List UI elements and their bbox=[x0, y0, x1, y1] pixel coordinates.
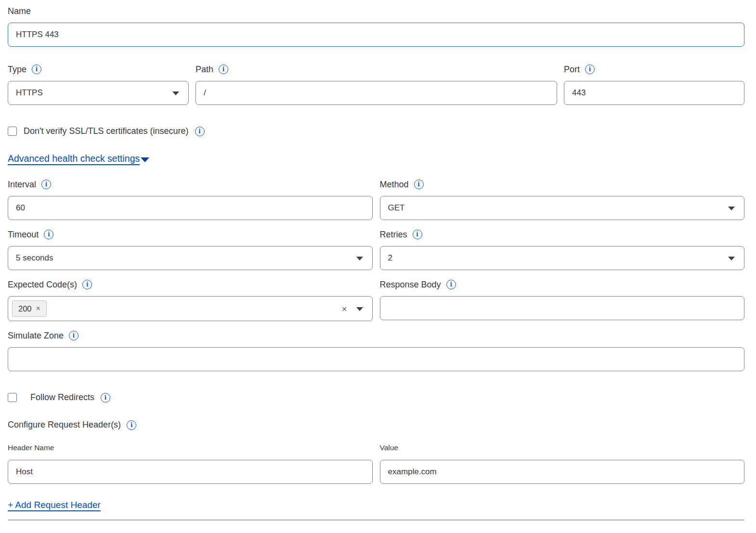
timeout-label: Timeout i bbox=[8, 229, 373, 240]
info-icon[interactable]: i bbox=[413, 230, 422, 239]
port-label-text: Port bbox=[564, 64, 580, 75]
simulate-zone-label: Simulate Zone i bbox=[8, 330, 744, 341]
path-field: Path i bbox=[196, 64, 557, 105]
timeout-label-text: Timeout bbox=[8, 229, 39, 240]
header-name-label: Header Name bbox=[8, 443, 373, 452]
type-path-port-row: Type i HTTPS Path i Port i bbox=[8, 64, 744, 105]
method-select-value: GET bbox=[388, 203, 405, 213]
info-icon[interactable]: i bbox=[44, 230, 53, 239]
path-label: Path i bbox=[196, 64, 557, 75]
method-label-text: Method bbox=[380, 179, 409, 190]
type-label: Type i bbox=[8, 64, 189, 75]
info-icon[interactable]: i bbox=[414, 180, 424, 189]
timeout-retries-row: Timeout i 5 seconds Retries i 2 bbox=[8, 229, 744, 270]
method-field: Method i GET bbox=[380, 179, 745, 220]
header-name-field: Header Name bbox=[8, 443, 373, 484]
timeout-select[interactable]: 5 seconds bbox=[8, 246, 373, 270]
chevron-down-icon bbox=[356, 257, 363, 260]
response-body-field: Response Body i bbox=[380, 279, 745, 321]
response-body-label: Response Body i bbox=[380, 279, 745, 290]
interval-input[interactable] bbox=[8, 196, 373, 220]
follow-redirects-label: Follow Redirects bbox=[30, 392, 94, 403]
simulate-zone-input[interactable] bbox=[8, 347, 744, 371]
header-name-input[interactable] bbox=[8, 460, 373, 484]
section-divider bbox=[8, 520, 744, 520]
type-select-value: HTTPS bbox=[16, 88, 43, 98]
timeout-select-value: 5 seconds bbox=[16, 253, 53, 263]
name-input[interactable] bbox=[8, 23, 744, 47]
expected-codes-multiselect[interactable]: 200 × × bbox=[8, 296, 373, 321]
clear-all-icon[interactable]: × bbox=[341, 304, 347, 313]
timeout-field: Timeout i 5 seconds bbox=[8, 229, 373, 270]
type-field: Type i HTTPS bbox=[8, 64, 189, 105]
interval-method-row: Interval i Method i GET bbox=[8, 179, 744, 220]
info-icon[interactable]: i bbox=[41, 180, 51, 189]
add-request-header-link[interactable]: + Add Request Header bbox=[8, 500, 101, 510]
request-headers-title: Configure Request Header(s) bbox=[8, 420, 121, 430]
code-chip-text: 200 bbox=[18, 304, 32, 313]
request-headers-title-row: Configure Request Header(s) i bbox=[8, 420, 744, 430]
expected-codes-field: Expected Code(s) i 200 × × bbox=[8, 279, 373, 321]
info-icon[interactable]: i bbox=[101, 393, 110, 403]
info-icon[interactable]: i bbox=[585, 65, 595, 74]
code-chip: 200 × bbox=[12, 300, 47, 317]
type-label-text: Type bbox=[8, 64, 26, 75]
port-label: Port i bbox=[564, 64, 744, 75]
chevron-down-icon bbox=[728, 207, 735, 210]
info-icon[interactable]: i bbox=[69, 331, 78, 340]
follow-redirects-row: Follow Redirects i bbox=[8, 392, 744, 403]
chevron-down-icon bbox=[141, 157, 149, 162]
retries-label-text: Retries bbox=[380, 229, 407, 240]
simulate-zone-label-text: Simulate Zone bbox=[8, 330, 64, 341]
follow-redirects-checkbox[interactable] bbox=[8, 393, 17, 402]
interval-field: Interval i bbox=[8, 179, 373, 220]
interval-label: Interval i bbox=[8, 179, 373, 190]
info-icon[interactable]: i bbox=[446, 280, 456, 289]
ssl-verify-checkbox[interactable] bbox=[8, 127, 17, 136]
chevron-down-icon[interactable] bbox=[356, 307, 363, 311]
retries-select-value: 2 bbox=[388, 253, 392, 263]
chip-remove-icon[interactable]: × bbox=[36, 304, 40, 313]
expected-codes-label-text: Expected Code(s) bbox=[8, 279, 77, 290]
chevron-down-icon bbox=[728, 257, 735, 260]
type-select[interactable]: HTTPS bbox=[8, 81, 189, 105]
advanced-settings-row: Advanced health check settings bbox=[8, 153, 744, 164]
port-input[interactable] bbox=[564, 81, 744, 105]
codes-body-row: Expected Code(s) i 200 × × Response Body… bbox=[8, 279, 744, 321]
info-icon[interactable]: i bbox=[32, 65, 41, 74]
response-body-label-text: Response Body bbox=[380, 279, 441, 290]
header-value-input[interactable] bbox=[380, 460, 745, 484]
chevron-down-icon bbox=[172, 91, 179, 95]
ssl-verify-label: Don't verify SSL/TLS certificates (insec… bbox=[24, 126, 189, 136]
advanced-settings-link[interactable]: Advanced health check settings bbox=[8, 153, 140, 164]
simulate-zone-row: Simulate Zone i bbox=[8, 330, 744, 371]
header-value-label: Value bbox=[380, 443, 745, 452]
info-icon[interactable]: i bbox=[127, 420, 136, 430]
method-label: Method i bbox=[380, 179, 745, 190]
port-field: Port i bbox=[564, 64, 744, 105]
path-input[interactable] bbox=[196, 81, 557, 105]
retries-select[interactable]: 2 bbox=[380, 246, 745, 270]
name-label: Name bbox=[8, 6, 744, 16]
info-icon[interactable]: i bbox=[82, 280, 92, 289]
add-header-row: + Add Request Header bbox=[8, 500, 744, 510]
path-label-text: Path bbox=[196, 64, 213, 75]
header-value-field: Value bbox=[380, 443, 745, 484]
method-select[interactable]: GET bbox=[380, 196, 745, 220]
name-label-text: Name bbox=[8, 6, 31, 16]
header-row: Header Name Value bbox=[8, 443, 744, 484]
interval-label-text: Interval bbox=[8, 179, 36, 190]
info-icon[interactable]: i bbox=[195, 127, 205, 136]
ssl-verify-row: Don't verify SSL/TLS certificates (insec… bbox=[8, 126, 744, 136]
expected-codes-label: Expected Code(s) i bbox=[8, 279, 373, 290]
response-body-input[interactable] bbox=[380, 296, 745, 320]
retries-label: Retries i bbox=[380, 229, 745, 240]
retries-field: Retries i 2 bbox=[380, 229, 745, 270]
info-icon[interactable]: i bbox=[219, 65, 228, 74]
